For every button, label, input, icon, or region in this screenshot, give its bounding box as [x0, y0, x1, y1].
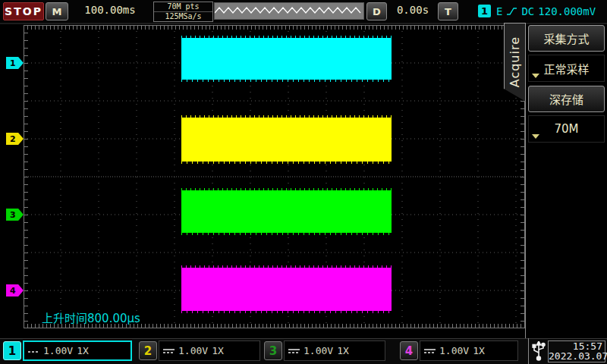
channel1-scale: 1.00V [43, 345, 73, 356]
channel2-probe: 1X [212, 345, 224, 356]
waveform-overview-strip[interactable] [214, 2, 364, 20]
trigger-level-value: 120.000mV [538, 5, 596, 17]
clock-date: 2022.03.07 [549, 351, 605, 361]
acquire-tab-label: Acquire [508, 36, 522, 87]
trigger-info-readout: E DC 120.000mV [496, 5, 596, 18]
channel1-probe: 1X [77, 345, 89, 356]
run-stop-indicator[interactable]: STOP [3, 2, 44, 20]
dc-coupling-icon [288, 349, 300, 353]
dc-coupling-icon [424, 349, 436, 353]
horizontal-offset-readout: 0.00s [389, 4, 436, 16]
memory-depth-value: 70M pts [154, 2, 212, 11]
rise-time-measurement: 上升时间800.00μs [42, 309, 140, 325]
preview-zigzag-icon [215, 3, 362, 17]
menu-item-acquisition-mode[interactable]: 采集方式 [528, 25, 605, 52]
channel3-scale: 1.00V [304, 345, 333, 356]
channel3-badge[interactable]: 3 [264, 341, 282, 360]
dropdown-arrow-icon [532, 74, 539, 78]
channel2-position-marker[interactable]: 2 [6, 133, 24, 145]
channel-status-bar: 1 1.00V 1X 2 1.00V 1X 3 1.00V 1X 4 1.00V… [0, 338, 607, 364]
menu-value-memory-depth[interactable]: 70M [528, 115, 605, 143]
channel4-scale: 1.00V [439, 345, 469, 356]
channel3-waveform [181, 190, 392, 233]
channel1-badge[interactable]: 1 [3, 341, 21, 360]
channel3-settings[interactable]: 1.00V 1X [284, 340, 385, 361]
oscilloscope-screen: STOP M 100.00ms 70M pts 125MSa/s D 0.00s… [0, 0, 607, 364]
trigger-source-badge: 1 [478, 5, 491, 17]
dropdown-arrow-icon [532, 134, 539, 139]
menu-value-normal-sampling[interactable]: 正常采样 [528, 55, 605, 82]
top-status-bar: STOP M 100.00ms 70M pts 125MSa/s D 0.00s… [0, 0, 607, 24]
channel1-waveform [181, 38, 392, 80]
channel1-position-marker[interactable]: 1 [6, 57, 24, 69]
rising-edge-icon [506, 6, 517, 17]
channel2-badge[interactable]: 2 [139, 341, 157, 360]
usb-icon [531, 341, 546, 364]
menu-item-deep-storage[interactable]: 深存储 [528, 86, 605, 112]
channel4-settings[interactable]: 1.00V 1X [420, 340, 518, 361]
channel1-settings[interactable]: 1.00V 1X [23, 340, 132, 361]
channel3-probe: 1X [337, 345, 349, 356]
trigger-type-label: E [496, 5, 502, 17]
menu-value-label: 70M [554, 122, 578, 136]
trigger-menu-button[interactable]: T [438, 2, 458, 20]
channel4-position-marker[interactable]: 4 [6, 284, 24, 297]
dc-coupling-icon [28, 350, 39, 353]
channel3-position-marker[interactable]: 3 [6, 209, 24, 221]
channel4-badge[interactable]: 4 [400, 341, 418, 360]
acquire-menu-tab[interactable]: Acquire [504, 23, 526, 102]
timebase-readout: 100.00ms [72, 4, 148, 16]
channel2-settings[interactable]: 1.00V 1X [159, 340, 260, 361]
delay-button[interactable]: D [366, 2, 387, 20]
memory-depth-box: 70M pts 125MSa/s [153, 2, 213, 22]
channel2-waveform [181, 118, 392, 162]
channel4-waveform [181, 268, 392, 311]
channel2-scale: 1.00V [178, 345, 208, 356]
horizontal-menu-button[interactable]: M [46, 2, 68, 20]
clock-box: 15:57 2022.03.07 [548, 340, 605, 362]
dc-coupling-icon [163, 349, 175, 353]
menu-value-label: 正常采样 [543, 61, 589, 77]
channel4-probe: 1X [473, 345, 485, 356]
trigger-coupling-label: DC [521, 5, 534, 17]
status-divider [528, 338, 529, 364]
sample-rate-value: 125MSa/s [154, 11, 212, 21]
